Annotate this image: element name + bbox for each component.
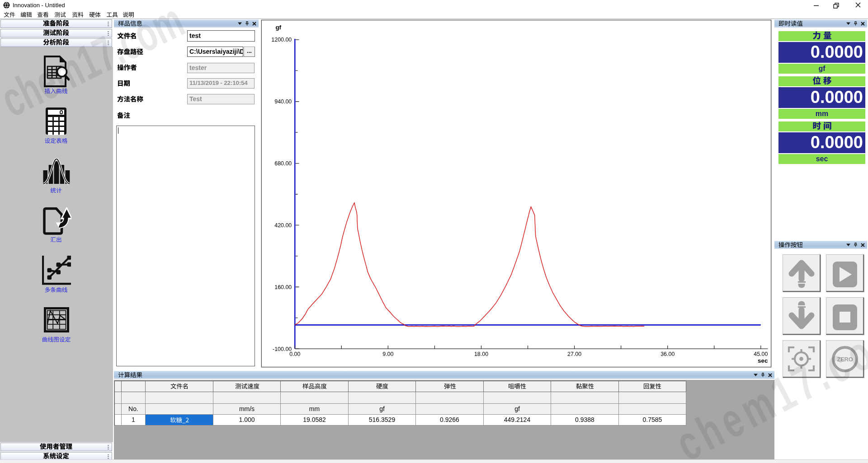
svg-text:940.00: 940.00 (274, 98, 292, 105)
svg-text:420.00: 420.00 (274, 222, 292, 229)
svg-text:sec: sec (758, 357, 768, 364)
svg-text:45.00: 45.00 (754, 351, 768, 357)
svg-text:ZERO: ZERO (837, 356, 853, 363)
svg-text:18.00: 18.00 (474, 351, 488, 357)
svg-text:gf: gf (275, 24, 281, 31)
svg-text:36.00: 36.00 (660, 351, 675, 357)
svg-text:0.00: 0.00 (289, 351, 300, 357)
svg-text:9.00: 9.00 (382, 351, 393, 357)
svg-text:-100.00: -100.00 (273, 346, 292, 352)
svg-text:1200.00: 1200.00 (271, 37, 292, 43)
svg-text:680.00: 680.00 (274, 160, 292, 167)
svg-text:27.00: 27.00 (567, 351, 581, 357)
svg-text:160.00: 160.00 (274, 284, 292, 290)
